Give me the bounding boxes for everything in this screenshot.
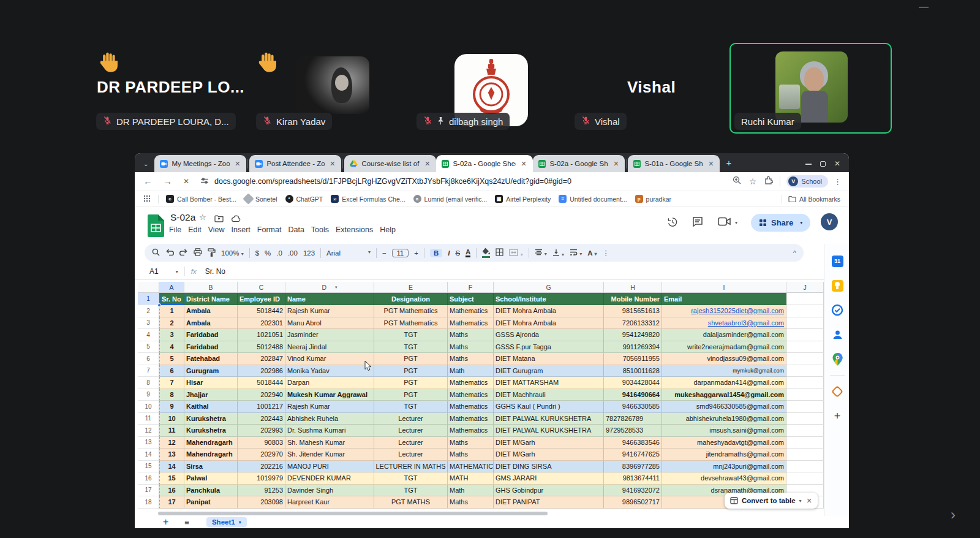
menu-help[interactable]: Help	[380, 225, 396, 234]
table-cell[interactable]: 9541249820	[604, 329, 662, 341]
menu-data[interactable]: Data	[288, 225, 304, 234]
table-cell[interactable]: DEVENDER KUMAR	[285, 472, 374, 485]
tab-close-icon[interactable]: ✕	[233, 160, 241, 168]
table-cell[interactable]: 202301	[238, 317, 285, 330]
table-cell[interactable]: GSSS Ajronda	[494, 329, 604, 341]
new-tab-button[interactable]: +	[726, 157, 731, 168]
table-cell[interactable]: Lecturer	[374, 437, 448, 449]
toolbar-collapse-icon[interactable]: ^	[793, 249, 796, 257]
bookmark-star-icon[interactable]: ☆	[749, 176, 757, 186]
table-cell[interactable]: 14	[159, 461, 184, 473]
table-cell[interactable]: mymkuk@gmail.com	[662, 365, 786, 377]
addon-icon[interactable]	[825, 379, 850, 404]
browser-menu-icon[interactable]: ⋮	[834, 177, 842, 186]
table-cell[interactable]: Harpreet Kaur	[285, 496, 374, 509]
font-size-input[interactable]: 11	[392, 249, 409, 257]
browser-tab[interactable]: My Meetings - Zoom✕	[154, 155, 246, 172]
formula-input[interactable]: Sr. No	[205, 267, 225, 276]
table-cell[interactable]: 7827826789	[604, 413, 662, 425]
comments-icon[interactable]	[692, 216, 703, 230]
table-cell[interactable]: Mathematics	[448, 401, 494, 413]
zoom-select[interactable]: 100% ▾	[221, 249, 244, 257]
table-cell[interactable]	[786, 305, 824, 317]
table-cell[interactable]: Maths	[448, 353, 494, 365]
table-cell[interactable]: DIET Matana	[494, 353, 604, 365]
table-cell[interactable]: Dr. Sushma Kumari	[285, 425, 374, 437]
table-cell[interactable]: DIET Mohra Ambala	[494, 305, 604, 317]
table-cell[interactable]: 5	[159, 353, 184, 365]
table-cell[interactable]: DIET PALWAL KURUKSHETRA	[494, 425, 604, 437]
document-title[interactable]: S-02a	[170, 212, 195, 223]
table-cell[interactable]: DIET Gurugram	[494, 365, 604, 377]
zoom-minimize-icon[interactable]	[919, 7, 929, 8]
name-box[interactable]: A1	[149, 267, 159, 276]
browser-tab[interactable]: S-02a - Google Sheets✕	[436, 155, 533, 172]
table-cell[interactable]: Mahendragarh	[184, 449, 238, 461]
column-header-A[interactable]: A	[159, 282, 184, 293]
table-cell[interactable]	[786, 389, 824, 401]
column-header-D[interactable]: D ▾	[285, 282, 374, 293]
table-cell[interactable]: Rajesh Kumar	[285, 401, 374, 413]
table-cell[interactable]: 9729528533	[604, 425, 662, 437]
account-avatar[interactable]: V	[821, 213, 838, 230]
bookmark-item[interactable]: cCall Bomber - Best...	[166, 195, 236, 203]
meet-camera-icon[interactable]	[718, 217, 731, 229]
row-header[interactable]: 17	[138, 485, 159, 497]
table-cell[interactable]: 8	[159, 389, 184, 401]
strikethrough-button[interactable]: S	[455, 249, 460, 257]
table-cell[interactable]	[786, 329, 824, 341]
move-folder-icon[interactable]	[214, 214, 224, 225]
table-cell[interactable]: 5018444	[238, 377, 285, 389]
table-cell[interactable]: Mathematics	[448, 377, 494, 389]
table-cell[interactable]: Jasminder	[285, 329, 374, 341]
header-cell[interactable]: Name	[285, 293, 374, 305]
star-icon[interactable]: ☆	[199, 213, 206, 222]
table-cell[interactable]: Hisar	[184, 377, 238, 389]
table-cell[interactable]: 91253	[238, 485, 285, 497]
table-cell[interactable]: devsehrawat43@gmail.com	[662, 472, 786, 485]
decrease-decimals-button[interactable]: .0	[276, 249, 282, 257]
row-header[interactable]: 15	[138, 461, 159, 473]
italic-button[interactable]: I	[448, 249, 450, 257]
table-cell[interactable]: Mathematics	[448, 305, 494, 317]
row-header[interactable]: 4	[138, 329, 159, 341]
table-cell[interactable]: Kaithal	[184, 401, 238, 413]
row-header[interactable]: 9	[138, 389, 159, 401]
table-cell[interactable]: 202993	[238, 425, 285, 437]
window-maximize-icon[interactable]	[820, 161, 826, 167]
table-cell[interactable]: 3	[159, 329, 184, 341]
table-cell[interactable]: 202940	[238, 389, 285, 401]
add-sheet-button[interactable]: +	[163, 517, 168, 528]
table-cell[interactable]: 9	[159, 401, 184, 413]
url-text[interactable]: docs.google.com/spreadsheets/d/1FJPBcjLR…	[214, 177, 571, 186]
font-size-increase-button[interactable]: +	[414, 249, 418, 257]
bookmark-item[interactable]: ▦Airtel Perplexity	[495, 195, 551, 203]
table-cell[interactable]: Maths	[448, 329, 494, 341]
table-cell[interactable]: TGT	[374, 472, 448, 485]
tab-search-chevron-icon[interactable]: ⌄	[143, 161, 148, 167]
share-dropdown-icon[interactable]: ▾	[800, 220, 802, 225]
table-cell[interactable]: 202443	[238, 413, 285, 425]
calendar-icon[interactable]: 31	[825, 249, 850, 273]
tab-close-icon[interactable]: ✕	[707, 160, 715, 168]
version-history-icon[interactable]	[666, 216, 678, 230]
table-cell[interactable]: 9466383546	[604, 437, 662, 449]
table-cell[interactable]: DIET M/Garh	[494, 437, 604, 449]
menu-extensions[interactable]: Extensions	[336, 225, 373, 234]
table-cell[interactable]: 1021051	[238, 329, 285, 341]
table-cell[interactable]: 6	[159, 365, 184, 377]
table-cell[interactable]: LECTURER IN MATHS	[374, 461, 448, 473]
table-cell[interactable]: 13	[159, 449, 184, 461]
selection-fill-handle[interactable]	[157, 303, 161, 307]
header-cell[interactable]: School/Institute	[494, 293, 604, 305]
table-cell[interactable]: Math	[448, 485, 494, 497]
row-header[interactable]: 18	[138, 496, 159, 509]
table-cell[interactable]: 8510011628	[604, 365, 662, 377]
table-cell[interactable]: TGT	[374, 341, 448, 354]
table-cell[interactable]: 7206133312	[604, 317, 662, 330]
bookmark-item[interactable]: ≡Untitled document...	[559, 195, 627, 203]
row-header[interactable]: 14	[138, 449, 159, 461]
borders-button[interactable]	[496, 248, 503, 257]
table-cell[interactable]: 7056911955	[604, 353, 662, 365]
text-wrap-button[interactable]: ▾	[570, 249, 582, 257]
